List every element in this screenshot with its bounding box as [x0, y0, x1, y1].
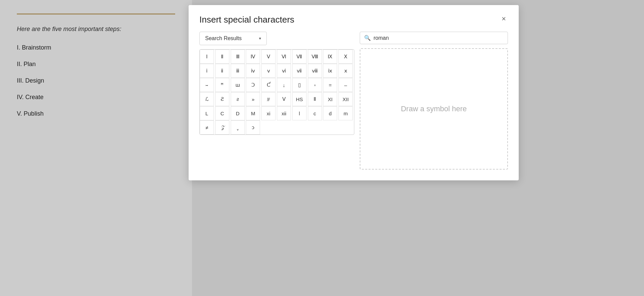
modal-header: Insert special characters × — [199, 14, 508, 25]
char-cell[interactable]: » — [246, 92, 260, 106]
char-cell[interactable]: ƨ — [231, 92, 245, 106]
character-grid: ⅠⅡⅢⅣⅤⅥⅦⅧⅨⅩⅰⅱⅲⅳⅴⅵⅶⅷⅸⅹꟷꟸꟺƆƇ↓▯▫=–ℒƧƨ»ꝞⅤHSⅡX… — [200, 50, 354, 135]
char-cell[interactable]: l — [292, 106, 307, 120]
char-cell[interactable]: d — [323, 106, 337, 120]
char-cell[interactable]: Ⅰ — [200, 50, 214, 64]
dropdown-label: Search Results — [205, 35, 242, 41]
char-cell[interactable]: ⅹ — [339, 64, 353, 78]
char-cell[interactable]: ⅳ — [246, 64, 260, 78]
char-cell[interactable]: – — [339, 78, 353, 92]
char-cell[interactable]: ꟺ — [231, 78, 245, 92]
char-cell[interactable]: ⅶ — [292, 64, 307, 78]
char-cell[interactable]: Ⅹ — [339, 50, 353, 64]
char-cell[interactable]: Ⅱ — [215, 50, 229, 64]
char-cell[interactable]: ℒ — [200, 92, 214, 106]
char-cell[interactable]: xi — [261, 106, 276, 120]
char-cell[interactable]: Ⅶ — [292, 50, 307, 64]
char-cell[interactable]: ≠ — [200, 120, 214, 135]
char-cell[interactable]: Ⅷ — [308, 50, 322, 64]
right-panel: 🔍 Draw a symbol here — [360, 32, 508, 170]
char-cell[interactable]: XI — [323, 92, 337, 106]
char-cell[interactable]: m — [339, 106, 353, 120]
char-cell[interactable]: Ƈ — [261, 78, 276, 92]
char-cell[interactable]: Ⅳ — [246, 50, 260, 64]
char-cell[interactable]: ▫ — [308, 78, 322, 92]
category-dropdown[interactable]: Search Results ▾ — [199, 32, 267, 45]
char-cell[interactable]: XII — [339, 92, 353, 106]
modal-body: Search Results ▾ ⅠⅡⅢⅣⅤⅥⅦⅧⅨⅩⅰⅱⅲⅳⅴⅵⅶⅷⅸⅹꟷꟸꟺ… — [199, 32, 508, 170]
char-cell[interactable]: ⅴ — [261, 64, 276, 78]
modal-title: Insert special characters — [199, 14, 294, 25]
char-cell[interactable]: Ⅴ — [277, 92, 291, 106]
char-cell[interactable]: Ⅵ — [277, 50, 291, 64]
char-cell[interactable]: L — [200, 106, 214, 120]
char-cell[interactable]: ꟷ — [200, 78, 214, 92]
char-cell[interactable]: Ⅴ — [261, 50, 276, 64]
search-input[interactable] — [374, 35, 504, 41]
char-cell[interactable]: Ⅲ — [231, 50, 245, 64]
char-cell[interactable]: xii — [277, 106, 291, 120]
char-cell[interactable]: ˬ — [231, 120, 245, 135]
character-grid-container: ⅠⅡⅢⅣⅤⅥⅦⅧⅨⅩⅰⅱⅲⅳⅴⅵⅶⅷⅸⅹꟷꟸꟺƆƇ↓▯▫=–ℒƧƨ»ꝞⅤHSⅡX… — [199, 49, 354, 135]
char-cell[interactable]: ▯ — [292, 78, 307, 92]
char-cell[interactable]: Ꝟ — [261, 92, 276, 106]
char-cell[interactable]: M — [246, 106, 260, 120]
char-cell[interactable]: D — [231, 106, 245, 120]
char-cell[interactable]: ⅵ — [277, 64, 291, 78]
char-cell[interactable]: = — [323, 78, 337, 92]
search-box: 🔍 — [360, 32, 508, 44]
char-cell[interactable]: Ⅱ — [308, 92, 322, 106]
char-cell[interactable]: ⅰ — [200, 64, 214, 78]
char-cell[interactable]: ⅲ — [231, 64, 245, 78]
char-cell[interactable]: ⅱ — [215, 64, 229, 78]
insert-special-chars-modal: Insert special characters × Search Resul… — [189, 5, 519, 180]
char-cell[interactable]: ꟸ — [215, 78, 229, 92]
chevron-down-icon: ▾ — [259, 36, 261, 41]
char-cell[interactable]: 𝒵 — [215, 120, 229, 135]
search-icon: 🔍 — [364, 35, 371, 41]
char-cell[interactable]: Ƨ — [215, 92, 229, 106]
draw-area[interactable]: Draw a symbol here — [360, 48, 508, 170]
left-panel: Search Results ▾ ⅠⅡⅢⅣⅤⅥⅦⅧⅨⅩⅰⅱⅲⅳⅴⅵⅶⅷⅸⅹꟷꟸꟺ… — [199, 32, 354, 170]
char-cell[interactable]: Ⅸ — [323, 50, 337, 64]
char-cell[interactable]: Ɔ — [246, 78, 260, 92]
draw-label: Draw a symbol here — [401, 105, 467, 113]
char-cell[interactable]: ↓ — [277, 78, 291, 92]
char-cell[interactable]: C — [215, 106, 229, 120]
close-button[interactable]: × — [500, 14, 508, 23]
char-cell[interactable]: ⅸ — [323, 64, 337, 78]
char-cell[interactable]: c — [308, 106, 322, 120]
char-cell[interactable]: ⅷ — [308, 64, 322, 78]
char-cell[interactable]: ɔ — [246, 120, 260, 135]
char-cell[interactable]: HS — [292, 92, 307, 106]
